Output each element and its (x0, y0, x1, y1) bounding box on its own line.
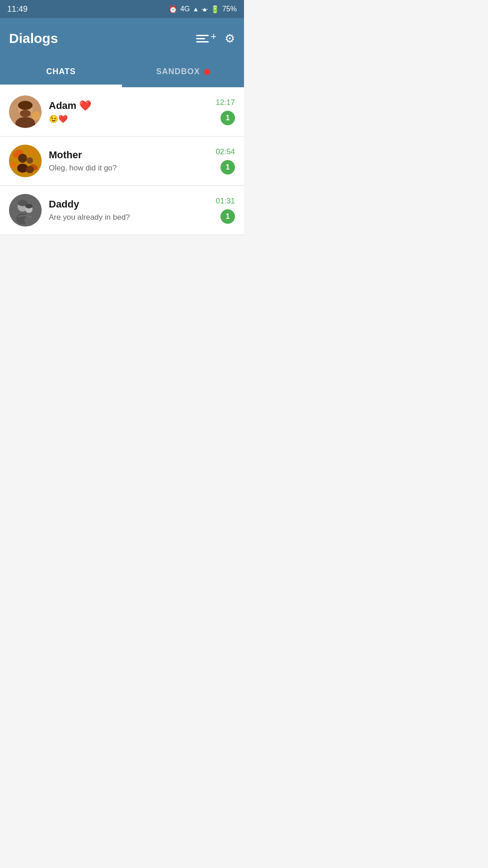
unread-badge-mother: 1 (221, 160, 235, 175)
chat-name-daddy: Daddy (49, 198, 216, 210)
svg-point-17 (26, 166, 34, 173)
svg-point-23 (25, 204, 33, 208)
chat-name-mother-text: Mother (49, 149, 82, 160)
tab-sandbox[interactable]: SANDBOX (122, 59, 244, 85)
chat-content-adam: Adam ❤️ 😉❤️ (49, 100, 216, 124)
chat-time-mother: 02:54 (216, 147, 235, 156)
status-time: 11:49 (7, 5, 28, 14)
chat-content-daddy: Daddy Are you already in bed? (49, 198, 216, 222)
tab-sandbox-label: SANDBOX (156, 67, 200, 76)
tab-chats[interactable]: CHATS (0, 59, 122, 85)
unread-badge-daddy: 1 (221, 209, 235, 224)
svg-point-5 (20, 110, 31, 117)
chat-name-adam-text: Adam ❤️ (49, 100, 91, 111)
chat-item-mother[interactable]: Mother Oleg, how did it go? 02:54 1 (0, 137, 244, 186)
avatar-daddy (9, 194, 42, 226)
chat-item-daddy[interactable]: Daddy Are you already in bed? 01:31 1 (0, 186, 244, 235)
active-tab-indicator (0, 86, 122, 87)
unread-count-adam: 1 (226, 114, 230, 122)
svg-point-7 (32, 111, 41, 120)
clock-icon: ⏰ (169, 5, 178, 14)
header: Dialogs + ⚙ (0, 18, 244, 59)
tab-chats-label: CHATS (46, 67, 76, 76)
signal-x-icon: ▲ (202, 5, 208, 13)
chat-preview-mother: Oleg, how did it go? (49, 164, 216, 173)
signal-icon: ▲ (192, 5, 199, 13)
sandbox-notification-badge (204, 69, 210, 75)
svg-point-14 (18, 154, 27, 163)
chat-time-adam: 12:17 (216, 98, 235, 107)
unread-badge-adam: 1 (221, 111, 235, 125)
chat-meta-adam: 12:17 1 (216, 98, 235, 125)
chat-name-daddy-text: Daddy (49, 198, 79, 210)
chat-preview-daddy-text: Are you already in bed? (49, 213, 130, 222)
avatar-adam (9, 95, 42, 128)
chat-list: Adam ❤️ 😉❤️ 12:17 1 (0, 87, 244, 235)
chat-preview-daddy: Are you already in bed? (49, 213, 216, 222)
chat-name-mother: Mother (49, 149, 216, 161)
header-actions: + ⚙ (196, 32, 235, 46)
empty-content-area (0, 235, 244, 434)
battery-level: 75% (222, 5, 237, 13)
chat-preview-adam-text: 😉❤️ (49, 115, 68, 123)
compose-button[interactable] (196, 35, 209, 42)
tabs-bar: CHATS SANDBOX (0, 59, 244, 86)
chat-preview-adam: 😉❤️ (49, 114, 216, 124)
chat-meta-daddy: 01:31 1 (216, 197, 235, 224)
unread-count-mother: 1 (226, 163, 230, 171)
chat-content-mother: Mother Oleg, how did it go? (49, 149, 216, 173)
chat-meta-mother: 02:54 1 (216, 147, 235, 175)
chat-name-adam: Adam ❤️ (49, 100, 216, 112)
settings-button[interactable]: ⚙ (225, 32, 235, 46)
new-chat-plus-icon[interactable]: + (211, 31, 216, 42)
chat-item-adam[interactable]: Adam ❤️ 😉❤️ 12:17 1 (0, 87, 244, 137)
chat-preview-mother-text: Oleg, how did it go? (49, 164, 117, 172)
status-indicators: ⏰ 4G ▲ ▲ 🔋 75% (169, 5, 237, 14)
tab-underline-container (0, 86, 244, 87)
network-label: 4G (180, 5, 190, 13)
battery-icon: 🔋 (211, 5, 220, 14)
status-bar: 11:49 ⏰ 4G ▲ ▲ 🔋 75% (0, 0, 244, 18)
avatar-mother (9, 145, 42, 177)
svg-point-6 (18, 101, 33, 110)
page-title: Dialogs (9, 31, 58, 46)
chat-time-daddy: 01:31 (216, 197, 235, 206)
unread-count-daddy: 1 (226, 212, 230, 221)
svg-point-15 (27, 157, 33, 164)
svg-point-25 (24, 216, 33, 224)
inactive-tab-spacer (122, 86, 244, 87)
